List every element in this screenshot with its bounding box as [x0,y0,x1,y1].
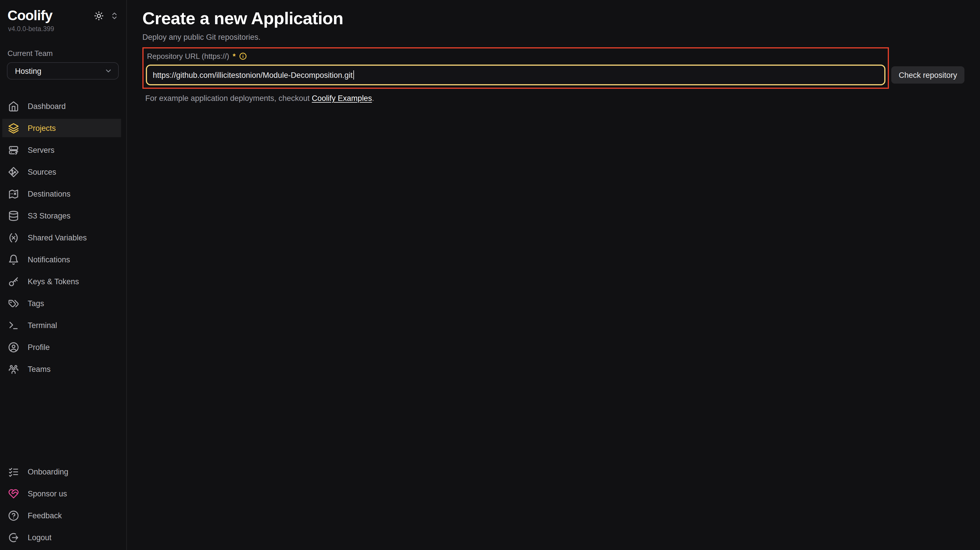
coolify-app: Coolify v4.0.0-beta.399 Current Team Hos… [0,0,980,550]
sidebar-item-label: Sponsor us [28,489,67,498]
team-select[interactable]: Hosting [7,62,119,79]
sidebar-item-label: Onboarding [28,467,68,476]
layers-icon [8,122,19,134]
sidebar-item-label: Keys & Tokens [28,277,79,286]
sidebar-item-notifications[interactable]: Notifications [2,250,121,269]
database-icon [8,210,19,221]
text-caret [353,70,354,79]
repository-url-label: Repository URL (https://) [147,52,229,60]
repository-url-label-row: Repository URL (https://) * [146,51,885,61]
coolify-examples-link[interactable]: Coolify Examples [312,94,372,103]
variable-icon [8,232,19,243]
sidebar-item-keys-tokens[interactable]: Keys & Tokens [2,272,121,291]
sidebar-item-s3-storages[interactable]: S3 Storages [2,207,121,225]
users-icon [8,364,19,374]
heart-handshake-icon [8,488,19,499]
sidebar-item-projects[interactable]: Projects [2,119,121,137]
sidebar-item-teams[interactable]: Teams [2,360,121,378]
app-version: v4.0.0-beta.399 [0,24,126,32]
sidebar-item-label: Logout [28,533,52,542]
sidebar-item-label: Projects [28,124,56,132]
sidebar-item-label: Dashboard [28,102,66,110]
chevrons-up-down-icon[interactable] [110,11,119,20]
key-icon [8,276,19,287]
main-content: Create a new Application Deploy any publ… [127,0,980,550]
sidebar-item-label: Tags [28,299,44,308]
main-nav: Dashboard Projects Servers Sources Desti… [0,97,126,378]
sidebar-bottom-nav: Onboarding Sponsor us Feedback Logout [0,463,126,550]
sidebar-item-terminal[interactable]: Terminal [2,316,121,334]
sidebar-item-destinations[interactable]: Destinations [2,184,121,203]
sidebar-item-shared-variables[interactable]: Shared Variables [2,228,121,247]
sidebar-item-label: Profile [28,343,50,351]
sidebar-item-tags[interactable]: Tags [2,294,121,313]
repository-url-value: https://github.com/illicitestonion/Modul… [153,71,353,79]
page-title: Create a new Application [142,8,980,29]
team-select-value: Hosting [15,67,41,75]
sidebar-item-label: S3 Storages [28,211,71,220]
sidebar-item-label: Terminal [28,321,57,329]
check-repository-button[interactable]: Check repository [891,66,965,84]
repository-url-input[interactable]: https://github.com/illicitestonion/Modul… [146,65,885,85]
sidebar-item-onboarding[interactable]: Onboarding [2,463,121,481]
sidebar-item-profile[interactable]: Profile [2,338,121,356]
sidebar-item-feedback[interactable]: Feedback [2,506,121,525]
sidebar-item-label: Feedback [28,511,62,520]
repository-url-fieldset: Repository URL (https://) * https://gith… [142,47,889,89]
help-circle-icon [8,510,19,521]
sidebar-item-dashboard[interactable]: Dashboard [2,97,121,115]
home-icon [8,100,19,111]
sidebar-item-sources[interactable]: Sources [2,162,121,181]
sidebar: Coolify v4.0.0-beta.399 Current Team Hos… [0,0,127,550]
current-team-label: Current Team [8,49,126,58]
page-subtitle: Deploy any public Git repositories. [142,32,980,42]
checklist-icon [8,466,19,477]
required-asterisk: * [232,52,235,60]
map-icon [8,188,19,199]
sidebar-item-label: Shared Variables [28,233,87,242]
sidebar-item-label: Notifications [28,255,70,264]
sidebar-item-label: Teams [28,365,51,373]
repository-form-row: Repository URL (https://) * https://gith… [142,47,980,89]
chevron-down-icon [104,67,112,75]
sidebar-item-label: Servers [28,146,54,154]
user-circle-icon [8,342,19,353]
sidebar-item-label: Destinations [28,189,71,198]
logout-icon [8,532,19,543]
server-icon [8,145,19,155]
tags-icon [8,298,19,309]
helper-text: For example application deployments, che… [142,94,980,103]
sidebar-item-logout[interactable]: Logout [2,528,121,547]
logo-row: Coolify [0,0,126,24]
sidebar-item-servers[interactable]: Servers [2,141,121,159]
bell-icon [8,254,19,265]
app-logo: Coolify [8,8,52,24]
theme-toggle-sun-icon[interactable] [94,11,104,21]
info-icon[interactable] [239,52,247,60]
sidebar-item-label: Sources [28,167,56,176]
git-source-icon [8,166,19,177]
sidebar-item-sponsor-us[interactable]: Sponsor us [2,484,121,503]
terminal-icon [8,320,19,331]
